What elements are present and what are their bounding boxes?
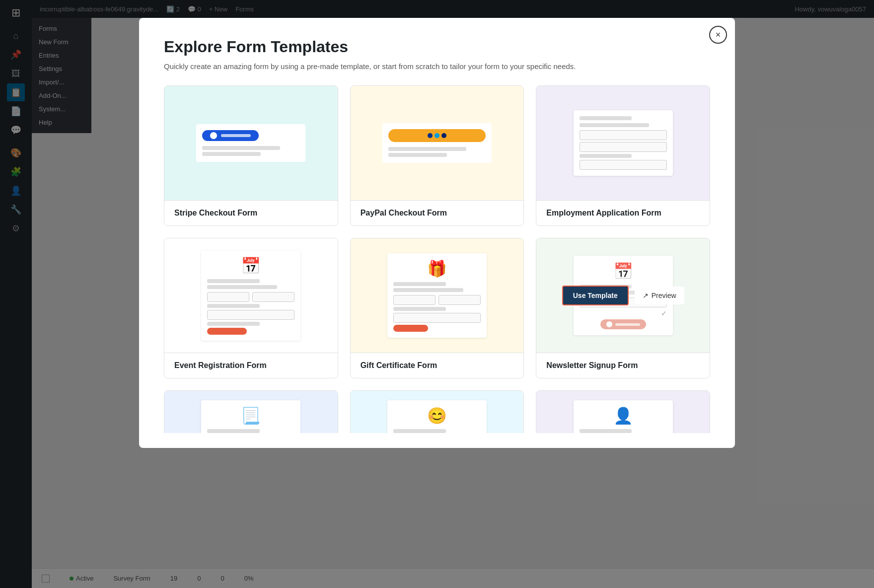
paypal-button-mock — [388, 129, 486, 142]
newsletter-card-title: Newsletter Signup Form — [546, 361, 700, 370]
gift-card-body: Gift Certificate Form — [351, 353, 524, 378]
gift-icon: 🎁 — [393, 259, 481, 278]
event-card-body: Event Registration Form — [164, 353, 338, 378]
employment-preview — [536, 86, 710, 200]
external-link-icon: ↗ — [643, 292, 649, 299]
use-template-button-newsletter[interactable]: Use Template — [562, 286, 629, 305]
modal-overlay[interactable]: × Explore Form Templates Quickly create … — [0, 0, 874, 588]
template-card-user-reg[interactable]: 👤 — [536, 390, 710, 433]
template-card-event[interactable]: 📅 Event Registration Form — [164, 238, 338, 378]
template-card-survey[interactable]: 😊 — [350, 390, 524, 433]
modal-close-button[interactable]: × — [709, 26, 727, 44]
stripe-preview — [164, 86, 338, 200]
gift-card-title: Gift Certificate Form — [361, 361, 514, 370]
template-card-stripe[interactable]: Stripe Checkout Form — [164, 85, 338, 226]
survey-icon: 😊 — [393, 406, 481, 425]
event-icon: 📅 — [207, 256, 294, 275]
stripe-card-title: Stripe Checkout Form — [174, 209, 328, 218]
modal-subtitle: Quickly create an amazing form by using … — [164, 62, 710, 71]
paypal-mock — [382, 123, 492, 163]
template-card-paypal[interactable]: PayPal Checkout Form — [350, 85, 524, 226]
stripe-toggle — [202, 130, 259, 141]
stripe-widget-mock — [196, 124, 305, 162]
survey-preview: 😊 — [351, 391, 524, 433]
stripe-card-body: Stripe Checkout Form — [164, 200, 338, 225]
paypal-preview — [351, 86, 524, 200]
paypal-card-body: PayPal Checkout Form — [351, 200, 524, 225]
paypal-card-title: PayPal Checkout Form — [361, 209, 514, 218]
event-form-mock: 📅 — [201, 250, 300, 341]
invoice-icon: 📃 — [207, 406, 294, 425]
template-card-invoice[interactable]: 📃 — [164, 390, 338, 433]
template-card-employment[interactable]: Employment Application Form — [536, 85, 710, 226]
gift-form-mock: 🎁 — [387, 253, 487, 338]
employment-form-mock — [574, 110, 673, 176]
employment-card-body: Employment Application Form — [536, 200, 710, 225]
user-reg-preview: 👤 — [536, 391, 710, 433]
survey-form-mock: 😊 — [387, 400, 487, 433]
event-card-title: Event Registration Form — [174, 361, 328, 370]
template-card-gift[interactable]: 🎁 Gift Certificate Form — [350, 238, 524, 378]
invoice-preview: 📃 — [164, 391, 338, 433]
event-preview: 📅 — [164, 238, 338, 353]
template-card-newsletter[interactable]: 📅 ✓ Use Template ↗ — [536, 238, 710, 378]
templates-modal: × Explore Form Templates Quickly create … — [139, 18, 735, 448]
gift-preview: 🎁 — [351, 238, 524, 353]
user-reg-form-mock: 👤 — [574, 400, 673, 433]
invoice-form-mock: 📃 — [201, 400, 300, 433]
modal-title: Explore Form Templates — [164, 38, 710, 56]
close-icon: × — [716, 30, 721, 40]
newsletter-card-body: Newsletter Signup Form — [536, 353, 710, 378]
templates-grid: Stripe Checkout Form — [164, 85, 710, 433]
employment-card-title: Employment Application Form — [546, 209, 700, 218]
newsletter-card-actions: Use Template ↗ Preview — [536, 238, 710, 353]
paypal-dots — [428, 133, 446, 138]
user-reg-icon: 👤 — [580, 406, 667, 425]
preview-button-newsletter[interactable]: ↗ Preview — [635, 287, 684, 304]
newsletter-preview: 📅 ✓ Use Template ↗ — [536, 238, 710, 353]
